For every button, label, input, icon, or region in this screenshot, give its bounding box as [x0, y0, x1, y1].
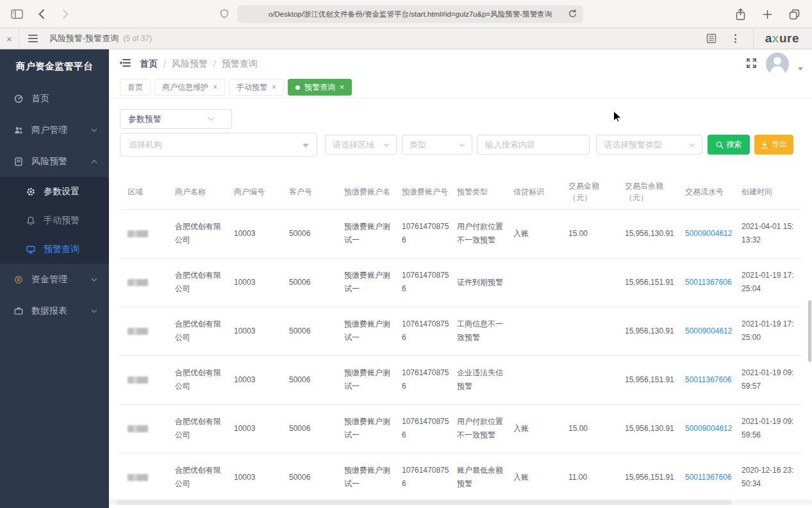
- axure-close-button[interactable]: ×: [0, 28, 19, 49]
- serial-link[interactable]: 50009004612: [685, 424, 732, 433]
- sidebar-panel-icon[interactable]: [10, 8, 23, 21]
- tab-manual-warning[interactable]: 手动预警 ×: [229, 79, 284, 96]
- col-amount: 交易金额（元）: [568, 174, 625, 209]
- tab-home[interactable]: 首页: [120, 79, 151, 96]
- table-row[interactable]: 合肥优创有限公司 10003 50006 预缴费账户测试一 1076147087…: [120, 307, 802, 355]
- sidebar: 商户资金监管平台 首页 商户管理 风险预警 参数设置 手动预警: [0, 49, 109, 508]
- cell-created: 2021-01-19 17:25:04: [742, 258, 802, 307]
- share-icon[interactable]: [734, 8, 747, 21]
- axure-pages-menu-icon[interactable]: [28, 35, 38, 42]
- table-row[interactable]: 合肥优创有限公司 10003 50006 预缴费账户测试一 1076147087…: [120, 404, 802, 453]
- sidebar-item-manual-warning[interactable]: 手动预警: [0, 206, 109, 235]
- cell-balance: 15,956,130.91: [625, 307, 685, 355]
- region-redacted-blur: [128, 328, 148, 335]
- region-select[interactable]: 请选择区域: [325, 135, 397, 155]
- cell-merchant-name: 合肥优创有限公司: [175, 404, 234, 453]
- search-button[interactable]: 搜索: [708, 135, 750, 155]
- sidebar-item-risk-warning[interactable]: 风险预警: [0, 146, 109, 177]
- reload-icon[interactable]: [568, 9, 577, 21]
- back-icon[interactable]: [35, 8, 47, 21]
- axure-page-count: (5 of 37): [123, 34, 152, 43]
- cell-warning-type: 证件到期预警: [457, 258, 513, 307]
- briefcase-icon: [14, 307, 23, 316]
- cell-debit-flag: [513, 258, 568, 307]
- cell-region: [120, 404, 175, 453]
- breadcrumb: 首页 / 风险预警 / 预警查询: [140, 58, 258, 70]
- serial-link[interactable]: 50011367606: [685, 375, 732, 384]
- cell-account-no: 107614708756: [402, 404, 457, 453]
- cell-customer-no: 50006: [289, 258, 344, 307]
- console-icon[interactable]: [705, 32, 718, 45]
- cell-customer-no: 50006: [289, 209, 344, 258]
- cell-account-no: 107614708756: [402, 209, 457, 258]
- cell-debit-flag: 入账: [513, 209, 568, 258]
- cell-customer-no: 50006: [289, 307, 344, 355]
- avatar[interactable]: [766, 53, 789, 76]
- table-row[interactable]: 合肥优创有限公司 10003 50006 预缴费账户测试一 1076147087…: [120, 453, 802, 502]
- cell-region: [120, 307, 175, 355]
- cell-account-name: 预缴费账户测试一: [344, 404, 402, 453]
- sidebar-item-warning-query[interactable]: 预警查询: [0, 235, 109, 264]
- export-button[interactable]: 导出: [754, 135, 793, 155]
- close-icon[interactable]: ×: [272, 83, 276, 92]
- cell-region: [120, 355, 175, 404]
- cell-account-name: 预缴费账户测试一: [344, 258, 402, 307]
- search-input[interactable]: [477, 135, 589, 154]
- tab-merchant-info[interactable]: 商户信息维护 ×: [154, 79, 225, 96]
- serial-link[interactable]: 50011367606: [685, 278, 732, 287]
- cell-amount: 15.00: [568, 209, 625, 258]
- sidebar-item-merchant-mgmt[interactable]: 商户管理: [0, 114, 109, 146]
- col-merchant-no: 商户编号: [234, 174, 289, 209]
- cell-merchant-no: 10003: [234, 307, 289, 355]
- cell-customer-no: 50006: [289, 404, 344, 453]
- avatar-caret-icon[interactable]: [798, 67, 803, 71]
- close-icon[interactable]: ×: [340, 83, 344, 92]
- serial-link[interactable]: 50009004612: [685, 229, 732, 238]
- fullscreen-icon[interactable]: [746, 58, 757, 71]
- tab-warning-query[interactable]: 预警查询 ×: [288, 79, 352, 96]
- cell-merchant-no: 10003: [234, 209, 289, 258]
- cell-account-no: 107614708756: [402, 355, 457, 404]
- cell-account-no: 107614708756: [402, 453, 457, 502]
- cell-merchant-no: 10003: [234, 453, 289, 502]
- download-icon: [761, 141, 768, 149]
- axure-logo: axure: [753, 28, 812, 49]
- region-redacted-blur: [128, 279, 148, 286]
- chevron-up-icon: [91, 160, 97, 164]
- type-select[interactable]: 类型: [402, 135, 472, 155]
- cell-amount: [568, 307, 625, 355]
- close-icon[interactable]: ×: [213, 83, 217, 92]
- tab-bar: 首页 商户信息维护 × 手动预警 × 预警查询 ×: [109, 79, 812, 98]
- breadcrumb-home[interactable]: 首页: [140, 58, 158, 70]
- vertical-scrollbar[interactable]: [808, 300, 811, 362]
- table-row[interactable]: 合肥优创有限公司 10003 50006 预缴费账户测试一 1076147087…: [120, 355, 802, 404]
- sidebar-item-home[interactable]: 首页: [0, 83, 109, 114]
- cell-balance: 15,956,151.91: [625, 355, 685, 404]
- cell-serial: 50009004612: [685, 209, 742, 258]
- warning-type-select[interactable]: 请选择预警类型: [596, 135, 702, 155]
- table-row[interactable]: 合肥优创有限公司 10003 50006 预缴费账户测试一 1076147087…: [120, 258, 802, 307]
- table-header-row: 区域 商户名称 商户编号 客户号 预缴费账户名 预缴费账户号 预警类型 借贷标识…: [120, 174, 802, 209]
- kebab-menu-icon[interactable]: [734, 34, 736, 43]
- cell-amount: [568, 258, 625, 307]
- breadcrumb-risk[interactable]: 风险预警: [172, 58, 208, 70]
- warning-mode-select[interactable]: 参数预警: [120, 109, 232, 129]
- address-bar[interactable]: o/Desktop/浙江优创文件备份/资金监管平台/start.html#id=…: [237, 5, 583, 23]
- horizontal-scrollbar[interactable]: [109, 500, 812, 505]
- menu-fold-icon[interactable]: [119, 58, 131, 70]
- cell-account-name: 预缴费账户测试一: [344, 209, 402, 258]
- sidebar-item-data-reports[interactable]: 数据报表: [0, 295, 109, 326]
- sidebar-item-param-settings[interactable]: 参数设置: [0, 177, 109, 206]
- org-select[interactable]: 选择机构: [120, 133, 317, 157]
- new-tab-icon[interactable]: [761, 8, 774, 21]
- cell-created: 2021-01-19 09:59:57: [742, 355, 802, 404]
- sidebar-submenu: 参数设置 手动预警 预警查询: [0, 177, 109, 264]
- breadcrumb-query[interactable]: 预警查询: [222, 58, 258, 70]
- cell-serial: 50009004612: [685, 404, 742, 453]
- col-customer-no: 客户号: [289, 174, 344, 209]
- sidebar-item-fund-mgmt[interactable]: 资金管理: [0, 264, 109, 295]
- serial-link[interactable]: 50011367606: [685, 473, 732, 482]
- table-row[interactable]: 合肥优创有限公司 10003 50006 预缴费账户测试一 1076147087…: [120, 209, 802, 258]
- tab-overview-icon[interactable]: [788, 8, 800, 21]
- serial-link[interactable]: 50009004612: [685, 326, 732, 335]
